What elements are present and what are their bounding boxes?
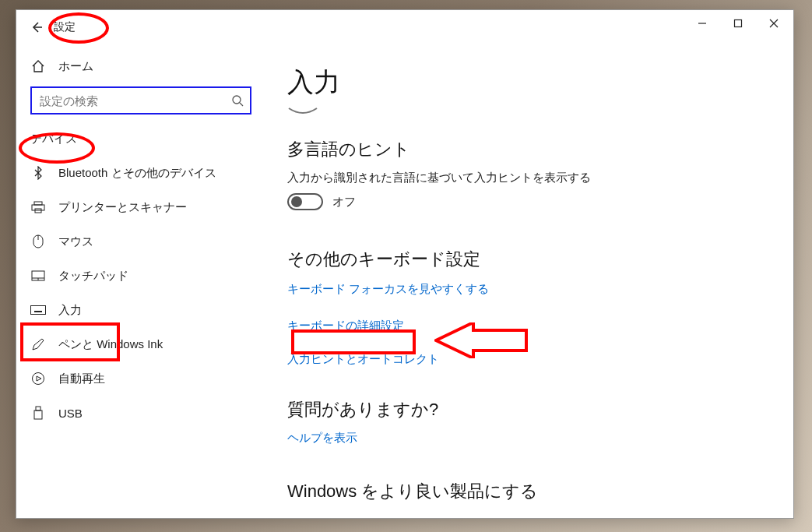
close-button[interactable] (756, 12, 792, 35)
sidebar-item-typing[interactable]: 入力 (16, 293, 264, 327)
svg-line-3 (240, 103, 243, 106)
link-advanced-keyboard[interactable]: キーボードの詳細設定 (287, 319, 770, 333)
toggle-knob (291, 196, 302, 207)
back-button[interactable] (23, 13, 51, 41)
sidebar-item-label: 自動再生 (58, 372, 105, 386)
autoplay-icon (30, 371, 46, 386)
sidebar-item-autoplay[interactable]: 自動再生 (16, 361, 264, 396)
search-icon (231, 94, 244, 107)
home-icon (30, 58, 46, 74)
mouse-icon (30, 234, 46, 249)
multilang-toggle[interactable] (287, 193, 323, 210)
svg-rect-4 (34, 202, 42, 205)
sidebar-item-label: USB (58, 407, 83, 420)
link-focus[interactable]: キーボード フォーカスを見やすくする (287, 282, 770, 297)
usb-icon (30, 405, 46, 421)
section-multilang-title: 多言語のヒント (287, 138, 770, 161)
sidebar-item-label: タッチパッド (58, 269, 128, 284)
sidebar-item-label: 入力 (58, 303, 82, 318)
sidebar: ホーム デバイス Bluetooth とその他のデバイス プリンター (16, 44, 264, 518)
sidebar-item-usb[interactable]: USB (16, 396, 264, 430)
svg-rect-21 (34, 410, 42, 419)
search-input[interactable] (40, 94, 231, 107)
multilang-toggle-label: オフ (332, 195, 356, 210)
title-underline (287, 107, 318, 118)
printer-icon (30, 199, 46, 215)
sidebar-item-label: プリンターとスキャナー (58, 200, 187, 215)
svg-point-2 (233, 96, 241, 104)
maximize-icon (733, 19, 743, 28)
sidebar-home[interactable]: ホーム (16, 49, 264, 83)
pen-icon (30, 336, 46, 352)
window-title: 設定 (51, 20, 76, 34)
sidebar-item-touchpad[interactable]: タッチパッド (16, 259, 264, 293)
svg-rect-20 (36, 407, 40, 410)
keyboard-icon (30, 302, 46, 318)
close-icon (769, 19, 779, 28)
settings-window: 設定 ホーム (16, 9, 794, 519)
sidebar-item-label: マウス (58, 234, 93, 249)
minimize-button[interactable] (684, 12, 720, 35)
svg-point-19 (33, 373, 44, 385)
touchpad-icon (30, 268, 46, 284)
section-feedback-title: Windows をより良い製品にする (287, 480, 770, 503)
sidebar-item-pen[interactable]: ペンと Windows Ink (16, 327, 264, 361)
sidebar-item-mouse[interactable]: マウス (16, 224, 264, 259)
maximize-button[interactable] (720, 12, 756, 35)
svg-rect-12 (31, 306, 46, 315)
sidebar-category: デバイス (16, 125, 264, 156)
minimize-icon (698, 19, 707, 28)
arrow-left-icon (30, 20, 44, 34)
page-title: 入力 (287, 65, 770, 100)
window-controls (684, 12, 792, 35)
sidebar-item-label: ペンと Windows Ink (58, 337, 163, 352)
sidebar-item-bluetooth[interactable]: Bluetooth とその他のデバイス (16, 156, 264, 190)
section-other-title: その他のキーボード設定 (287, 248, 770, 271)
section-help-title: 質問がありますか? (287, 398, 770, 421)
bluetooth-icon (30, 165, 46, 181)
content-area: 入力 多言語のヒント 入力から識別された言語に基づいて入力ヒントを表示する オフ… (264, 44, 793, 518)
svg-rect-5 (32, 205, 44, 210)
sidebar-home-label: ホーム (58, 59, 93, 74)
sidebar-item-printers[interactable]: プリンターとスキャナー (16, 190, 264, 224)
svg-rect-1 (735, 20, 742, 27)
section-multilang-desc: 入力から識別された言語に基づいて入力ヒントを表示する (287, 171, 770, 185)
sidebar-item-label: Bluetooth とその他のデバイス (58, 166, 216, 181)
titlebar: 設定 (16, 10, 793, 44)
link-help[interactable]: ヘルプを表示 (287, 431, 770, 446)
search-box[interactable] (30, 86, 251, 115)
link-autocorrect[interactable]: 入力ヒントとオートコレクト (287, 352, 770, 367)
